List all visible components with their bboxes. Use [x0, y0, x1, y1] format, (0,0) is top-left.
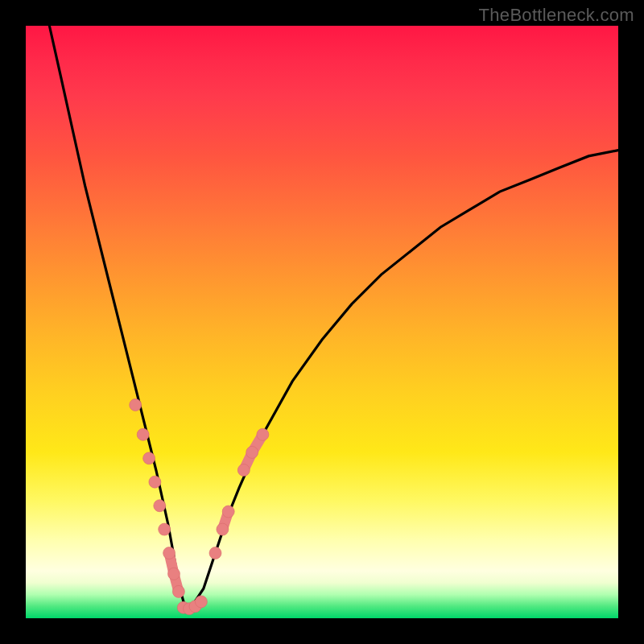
chart-svg [26, 26, 618, 618]
data-point [257, 428, 269, 440]
bottleneck-curve [49, 26, 618, 609]
data-point [246, 446, 258, 458]
curve-layer [49, 26, 618, 609]
data-point [209, 547, 221, 559]
chart-frame: TheBottleneck.com [0, 0, 644, 644]
data-point [195, 596, 207, 608]
data-point [159, 523, 171, 535]
data-point [237, 464, 250, 477]
plot-area [26, 26, 618, 618]
data-point [168, 568, 180, 580]
data-point [149, 476, 161, 488]
marker-layer [130, 399, 269, 615]
data-point [172, 585, 184, 597]
data-point [217, 523, 229, 535]
data-point [137, 428, 149, 440]
data-point [130, 399, 142, 411]
data-point [222, 506, 234, 518]
data-point [143, 452, 155, 464]
watermark-text: TheBottleneck.com [479, 5, 634, 26]
data-point [163, 547, 175, 559]
data-point [154, 500, 166, 512]
